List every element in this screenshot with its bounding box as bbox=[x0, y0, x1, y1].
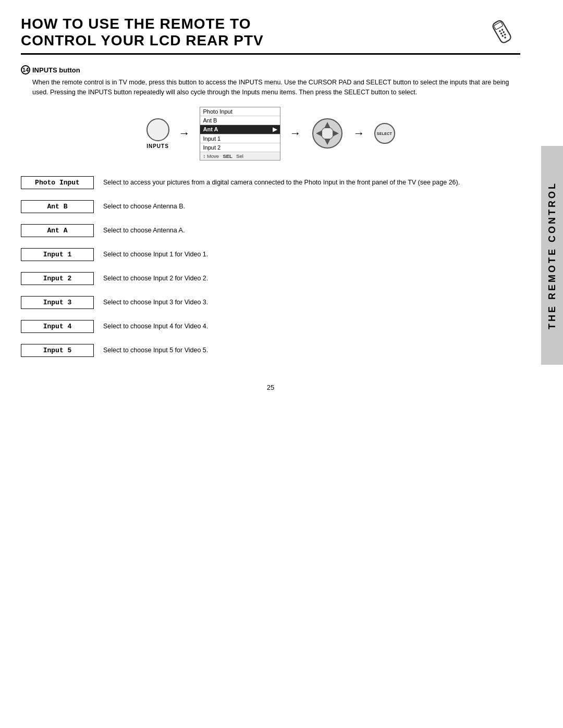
input-row-antb: Ant B Select to choose Antenna B. bbox=[21, 200, 520, 219]
page-container: THE REMOTE CONTROL HOW TO USE THE REMOTE… bbox=[0, 0, 563, 728]
input-desc-input1: Select to choose Input 1 for Video 1. bbox=[103, 248, 520, 260]
input-label-input5: Input 5 bbox=[21, 344, 94, 357]
main-content: HOW TO USE THE REMOTE TO CONTROL YOUR LC… bbox=[0, 0, 541, 412]
select-button-diagram: SELECT bbox=[374, 123, 395, 144]
input-desc-input5: Select to choose Input 5 for Video 5. bbox=[103, 344, 520, 355]
input-desc-anta: Select to choose Antenna A. bbox=[103, 224, 520, 236]
input-label-input3: Input 3 bbox=[21, 296, 94, 309]
svg-point-10 bbox=[321, 127, 334, 140]
menu-nav-hint: ↕ Move SEL Sel bbox=[200, 152, 280, 160]
input-desc-input4: Select to choose Input 4 for Video 4. bbox=[103, 320, 520, 331]
menu-ant-a: Ant A▶ bbox=[200, 125, 280, 134]
input-desc-photo: Select to access your pictures from a di… bbox=[103, 176, 520, 188]
page-header: HOW TO USE THE REMOTE TO CONTROL YOUR LC… bbox=[21, 16, 520, 55]
section-heading: 14 INPUTS button bbox=[21, 65, 520, 75]
section-number-circle: 14 bbox=[21, 65, 30, 75]
nav-pad-diagram bbox=[311, 117, 344, 150]
svg-point-2 bbox=[499, 30, 501, 32]
arrow-2: → bbox=[290, 127, 301, 140]
input-row-input3: Input 3 Select to choose Input 3 for Vid… bbox=[21, 296, 520, 315]
input-label-input1: Input 1 bbox=[21, 248, 94, 261]
input-row-input4: Input 4 Select to choose Input 4 for Vid… bbox=[21, 320, 520, 339]
inputs-label: INPUTS bbox=[146, 143, 169, 149]
arrow-3: → bbox=[353, 127, 365, 140]
svg-point-3 bbox=[501, 29, 504, 31]
input-label-photo: Photo Input bbox=[21, 176, 94, 189]
menu-photo-input: Photo Input bbox=[200, 107, 280, 116]
input-row-input1: Input 1 Select to choose Input 1 for Vid… bbox=[21, 248, 520, 267]
remote-icon bbox=[484, 18, 520, 46]
arrow-1: → bbox=[179, 127, 190, 140]
svg-point-4 bbox=[500, 32, 503, 35]
section-body: When the remote control is in TV mode, p… bbox=[32, 78, 520, 97]
svg-point-8 bbox=[504, 36, 507, 39]
input-items-list: Photo Input Select to access your pictur… bbox=[21, 176, 520, 363]
menu-input-1: Input 1 bbox=[200, 134, 280, 143]
inputs-button-diagram: INPUTS bbox=[146, 118, 169, 149]
svg-point-7 bbox=[504, 33, 506, 36]
input-label-anta: Ant A bbox=[21, 224, 94, 237]
side-tab-text: THE REMOTE CONTROL bbox=[547, 181, 558, 329]
input-row-photo: Photo Input Select to access your pictur… bbox=[21, 176, 520, 195]
input-row-anta: Ant A Select to choose Antenna A. bbox=[21, 224, 520, 243]
input-desc-antb: Select to choose Antenna B. bbox=[103, 200, 520, 212]
inputs-menu-box: Photo Input Ant B Ant A▶ Input 1 Input 2… bbox=[200, 107, 280, 161]
menu-input-2: Input 2 bbox=[200, 143, 280, 152]
section-heading-text: INPUTS button bbox=[32, 66, 80, 74]
input-desc-input3: Select to choose Input 3 for Video 3. bbox=[103, 296, 520, 307]
input-row-input2: Input 2 Select to choose Input 2 for Vid… bbox=[21, 272, 520, 291]
select-label: SELECT bbox=[377, 132, 392, 135]
menu-ant-b: Ant B bbox=[200, 116, 280, 125]
input-label-input4: Input 4 bbox=[21, 320, 94, 333]
input-desc-input2: Select to choose Input 2 for Video 2. bbox=[103, 272, 520, 283]
svg-point-6 bbox=[501, 34, 504, 37]
svg-point-5 bbox=[503, 31, 505, 33]
input-label-input2: Input 2 bbox=[21, 272, 94, 285]
page-number: 25 bbox=[21, 384, 520, 391]
page-title: HOW TO USE THE REMOTE TO CONTROL YOUR LC… bbox=[21, 16, 264, 49]
input-row-input5: Input 5 Select to choose Input 5 for Vid… bbox=[21, 344, 520, 363]
input-label-antb: Ant B bbox=[21, 200, 94, 213]
inputs-circle-icon bbox=[146, 118, 169, 141]
diagram-area: INPUTS → Photo Input Ant B Ant A▶ Input … bbox=[21, 107, 520, 161]
side-tab: THE REMOTE CONTROL bbox=[541, 146, 563, 365]
